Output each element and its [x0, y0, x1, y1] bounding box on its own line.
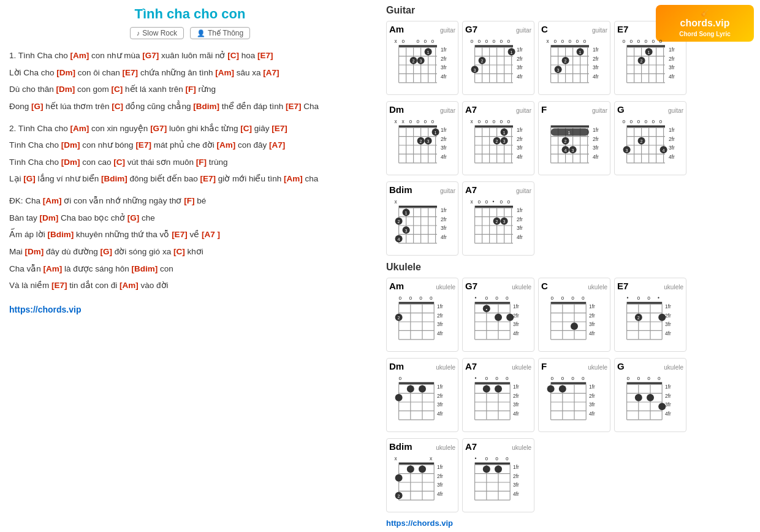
svg-text:2: 2: [496, 139, 498, 144]
svg-text:x: x: [546, 38, 549, 44]
svg-text:o: o: [659, 38, 662, 44]
svg-text:2fr: 2fr: [441, 56, 447, 62]
right-panel: Guitar Am guitar x o o: [380, 0, 760, 532]
svg-text:o: o: [424, 118, 427, 124]
svg-text:o: o: [507, 199, 510, 205]
svg-text:2fr: 2fr: [593, 136, 599, 142]
chord-bdim: [Bdim]: [193, 102, 219, 111]
svg-text:3fr: 3fr: [589, 401, 595, 408]
svg-text:3fr: 3fr: [665, 321, 671, 327]
svg-text:o: o: [500, 199, 503, 205]
svg-text:o: o: [647, 375, 650, 381]
svg-text:o: o: [582, 295, 585, 301]
svg-text:3: 3: [503, 219, 506, 224]
svg-text:o: o: [637, 118, 640, 124]
svg-point-366: [419, 385, 426, 392]
svg-text:o: o: [477, 38, 481, 44]
svg-text:1fr: 1fr: [441, 47, 447, 53]
svg-text:3fr: 3fr: [517, 64, 523, 70]
svg-text:1fr: 1fr: [669, 127, 675, 133]
svg-text:o: o: [506, 375, 509, 381]
chord-card-a7-uke: A7 ukulele • o o o: [462, 358, 534, 432]
chord-card-e7-uke: E7 ukulele • o o •: [614, 278, 686, 352]
lyrics-line-2: Lời Cha cho [Dm] con ôi chan [E7] chứa n…: [9, 65, 371, 81]
svg-text:•: •: [475, 295, 477, 301]
svg-text:2: 2: [564, 58, 567, 64]
chord-am: [Am]: [70, 51, 89, 60]
svg-text:3fr: 3fr: [517, 145, 523, 151]
logo-site-name: chords.vip: [679, 17, 731, 30]
svg-text:1fr: 1fr: [665, 303, 671, 310]
svg-text:3: 3: [474, 67, 476, 73]
svg-text:x: x: [470, 118, 473, 124]
bottom-site-link[interactable]: https://chords.vip: [9, 305, 371, 314]
chord-dm3: [Dm]: [61, 140, 80, 150]
svg-text:o: o: [637, 38, 640, 44]
svg-text:1fr: 1fr: [513, 303, 519, 310]
svg-point-387: [495, 385, 502, 392]
svg-text:1fr: 1fr: [589, 303, 595, 310]
svg-text:1fr: 1fr: [437, 384, 443, 390]
svg-text:4fr: 4fr: [665, 411, 671, 417]
chord-g2: [G]: [23, 174, 36, 183]
chord-c2: [C]: [112, 85, 123, 94]
svg-text:3: 3: [557, 67, 560, 73]
svg-text:4fr: 4fr: [441, 74, 447, 80]
chord-am5: [Am]: [284, 174, 303, 183]
svg-text:3fr: 3fr: [441, 64, 447, 70]
chord-e7b: [E7]: [123, 68, 139, 77]
svg-text:3: 3: [503, 139, 506, 144]
svg-text:o: o: [551, 295, 554, 301]
svg-text:4fr: 4fr: [437, 330, 443, 336]
svg-text:2fr: 2fr: [517, 136, 523, 142]
chord-bottom-link[interactable]: https://chords.vip: [386, 519, 754, 528]
svg-text:3fr: 3fr: [437, 401, 443, 408]
chord-label-g-g: G: [617, 104, 625, 115]
svg-point-447: [395, 474, 403, 482]
chord-label-c: C: [541, 24, 548, 34]
chord-am7: [Am]: [44, 264, 63, 273]
svg-text:1fr: 1fr: [669, 47, 675, 53]
svg-text:3fr: 3fr: [669, 64, 675, 70]
tag-artist: 👤 Thế Thông: [190, 27, 250, 39]
svg-text:2: 2: [564, 139, 567, 144]
svg-text:o: o: [658, 375, 661, 381]
chord-e7e: [E7]: [135, 140, 151, 150]
tag-slow-rock-label: Slow Rock: [142, 29, 177, 37]
chord-card-a7-uke2: A7 ukulele • o o o: [462, 438, 534, 512]
svg-text:1fr: 1fr: [441, 207, 447, 213]
chord-label-am: Am: [389, 24, 404, 34]
svg-text:2fr: 2fr: [441, 216, 447, 222]
chord-type-a7-uke2: ukulele: [512, 444, 531, 451]
svg-text:4: 4: [564, 148, 567, 153]
svg-text:2: 2: [481, 58, 484, 64]
tag-slow-rock: ♪ Slow Rock: [130, 27, 184, 39]
svg-text:2fr: 2fr: [437, 393, 443, 399]
svg-text:4fr: 4fr: [669, 154, 675, 160]
svg-text:2: 2: [640, 58, 643, 64]
svg-text:o: o: [647, 295, 650, 301]
chord-diagram-g-uke: o o o o: [617, 373, 683, 428]
svg-text:3fr: 3fr: [513, 482, 519, 488]
svg-text:1fr: 1fr: [517, 207, 523, 213]
chord-type-g-uke: ukulele: [664, 364, 683, 371]
svg-text:o: o: [637, 375, 640, 381]
svg-text:o: o: [582, 375, 585, 381]
svg-text:3: 3: [420, 58, 422, 64]
svg-text:2: 2: [640, 139, 643, 144]
svg-text:4fr: 4fr: [441, 234, 447, 240]
chord-diagram-g7-uke: • o o o: [465, 292, 531, 348]
chord-c5: [C]: [113, 158, 125, 167]
chord-card-bdim-uke: Bdim ukulele x x: [386, 438, 458, 512]
chord-type-bdim-g: guitar: [440, 188, 455, 194]
chord-e7g: [E7]: [172, 230, 188, 239]
svg-text:1fr: 1fr: [437, 464, 443, 470]
svg-text:o: o: [492, 38, 495, 44]
svg-text:•: •: [492, 199, 494, 205]
svg-text:o: o: [553, 38, 557, 44]
svg-text:3fr: 3fr: [437, 482, 443, 488]
svg-text:4: 4: [663, 148, 665, 153]
ukulele-chord-grid-2: Dm ukulele o: [386, 358, 754, 432]
svg-text:3fr: 3fr: [441, 225, 447, 231]
chord-a7: [A7]: [263, 68, 279, 77]
